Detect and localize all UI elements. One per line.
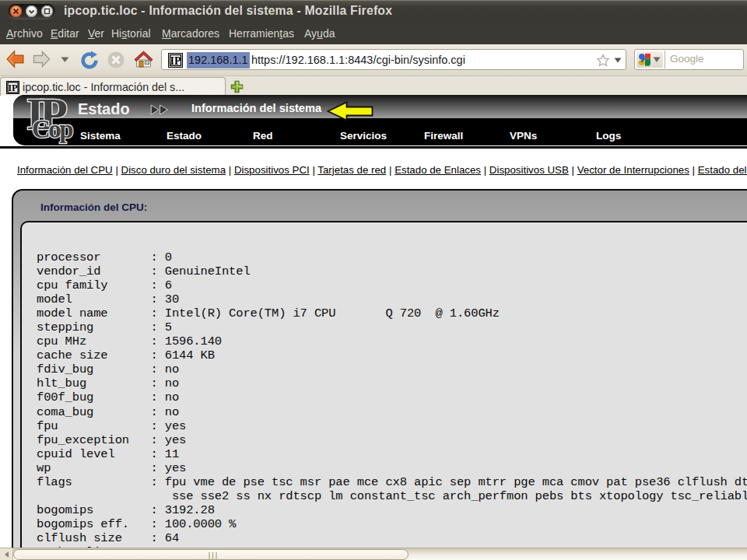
svg-text:Cop: Cop — [32, 115, 73, 143]
svg-text:IP: IP — [170, 55, 181, 67]
svg-text:IP: IP — [8, 82, 18, 93]
